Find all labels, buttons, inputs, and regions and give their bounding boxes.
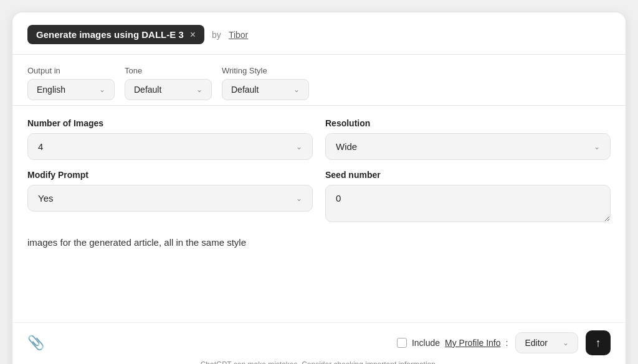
profile-select-value: Editor (525, 338, 548, 348)
modify-prompt-value: Yes (38, 193, 53, 203)
modify-prompt-group: Modify Prompt Yes ⌄ (27, 170, 313, 222)
writing-style-select[interactable]: Default ⌄ (222, 79, 309, 100)
writing-style-value: Default (231, 85, 259, 95)
attachment-icon[interactable]: 📎 (27, 335, 44, 351)
output-in-label: Output in (27, 66, 115, 75)
tone-label: Tone (125, 66, 212, 75)
include-label: Include (412, 338, 440, 348)
output-in-group: Output in English ⌄ (27, 66, 115, 100)
colon: : (506, 338, 508, 348)
plugin-tag: Generate images using DALL-E 3 × (27, 25, 204, 44)
seed-number-input[interactable]: 0 (325, 185, 611, 222)
footer-row: 📎 Include My Profile Info : Editor ⌄ ↑ (27, 330, 611, 355)
output-in-value: English (37, 85, 65, 95)
resolution-label: Resolution (325, 118, 611, 128)
num-images-chevron: ⌄ (296, 142, 302, 151)
profile-select[interactable]: Editor ⌄ (515, 332, 578, 353)
output-in-select[interactable]: English ⌄ (27, 79, 115, 100)
tone-group: Tone Default ⌄ (125, 66, 212, 100)
resolution-value: Wide (336, 141, 357, 152)
num-images-group: Number of Images 4 ⌄ (27, 118, 313, 160)
footer-right: Include My Profile Info : Editor ⌄ ↑ (397, 330, 611, 355)
send-button[interactable]: ↑ (586, 330, 611, 355)
disclaimer-text: ChatGPT can make mistakes. Consider chec… (27, 360, 611, 364)
modify-prompt-label: Modify Prompt (27, 170, 313, 180)
profile-checkbox-group: Include My Profile Info : (397, 338, 508, 348)
main-container: Generate images using DALL-E 3 × by Tibo… (12, 12, 626, 364)
num-images-select[interactable]: 4 ⌄ (27, 133, 313, 160)
modify-prompt-chevron: ⌄ (296, 194, 302, 203)
tone-chevron: ⌄ (196, 85, 202, 94)
main-content: Number of Images 4 ⌄ Resolution Wide ⌄ M… (12, 106, 626, 322)
output-in-chevron: ⌄ (99, 85, 105, 94)
tone-select[interactable]: Default ⌄ (125, 79, 212, 100)
writing-style-chevron: ⌄ (293, 85, 300, 94)
profile-checkbox[interactable] (397, 338, 407, 348)
writing-style-label: Writing Style (222, 66, 309, 75)
resolution-chevron: ⌄ (594, 142, 600, 151)
my-profile-info-link[interactable]: My Profile Info (445, 338, 500, 348)
modify-prompt-select[interactable]: Yes ⌄ (27, 185, 313, 212)
row-1: Number of Images 4 ⌄ Resolution Wide ⌄ (27, 118, 611, 160)
header: Generate images using DALL-E 3 × by Tibo… (12, 12, 626, 55)
description-text: images for the generated article, all in… (27, 232, 611, 250)
resolution-select[interactable]: Wide ⌄ (325, 133, 611, 160)
seed-number-label: Seed number (325, 170, 611, 180)
author-link[interactable]: Tibor (229, 30, 248, 40)
footer: 📎 Include My Profile Info : Editor ⌄ ↑ C… (12, 322, 626, 364)
plugin-name: Generate images using DALL-E 3 (36, 29, 184, 40)
row-2: Modify Prompt Yes ⌄ Seed number 0 (27, 170, 611, 222)
send-icon: ↑ (596, 337, 601, 350)
writing-style-group: Writing Style Default ⌄ (222, 66, 309, 100)
seed-number-group: Seed number 0 (325, 170, 611, 222)
by-label: by (212, 30, 221, 40)
resolution-group: Resolution Wide ⌄ (325, 118, 611, 160)
close-button[interactable]: × (190, 30, 196, 40)
profile-select-chevron: ⌄ (563, 338, 569, 347)
tone-value: Default (134, 85, 161, 95)
num-images-value: 4 (38, 141, 43, 152)
toolbar-row: Output in English ⌄ Tone Default ⌄ Writi… (12, 55, 626, 106)
num-images-label: Number of Images (27, 118, 313, 128)
